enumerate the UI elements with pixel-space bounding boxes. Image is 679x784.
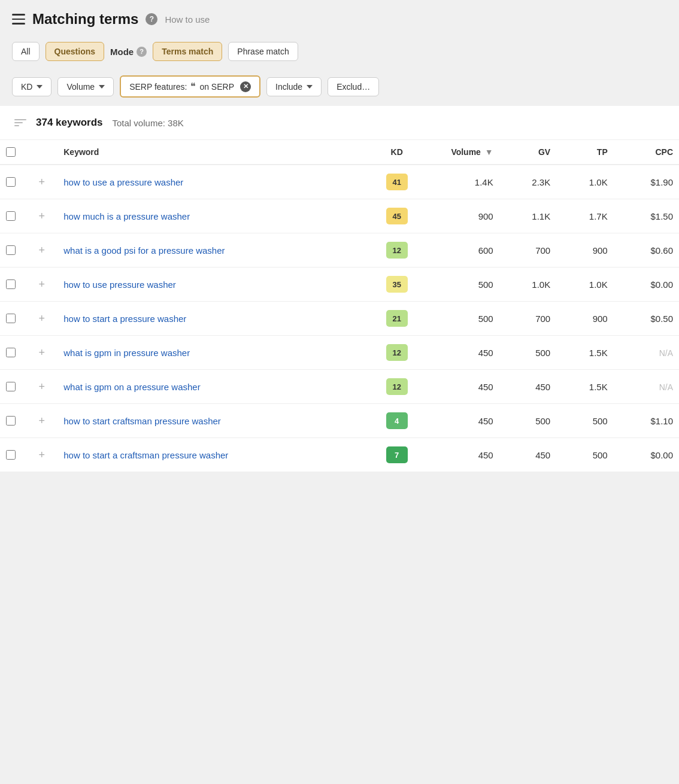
cpc-cell-3: $0.00 [614,268,679,302]
add-keyword-button-5[interactable]: + [39,347,46,358]
how-to-use-link[interactable]: How to use [165,14,210,25]
kd-badge-5: 12 [386,344,408,361]
keyword-link-5[interactable]: what is gpm in pressure washer [63,348,190,358]
keyword-link-7[interactable]: how to start craftsman pressure washer [63,416,221,426]
gv-cell-5: 500 [499,336,557,370]
select-all-checkbox[interactable] [6,147,16,157]
row-checkbox-2[interactable] [6,245,16,255]
cpc-cell-7: $1.10 [614,404,679,438]
add-keyword-button-8[interactable]: + [39,449,46,461]
keyword-link-0[interactable]: how to use a pressure washer [63,177,183,187]
add-keyword-button-3[interactable]: + [39,278,46,290]
kd-chevron-icon [37,85,43,89]
table-row: + how to use a pressure washer 41 1.4K 2… [0,165,679,199]
kd-filter-button[interactable]: KD [12,77,51,96]
volume-cell-7: 450 [425,404,499,438]
kd-badge-8: 7 [386,446,408,463]
row-checkbox-5[interactable] [6,348,16,357]
row-checkbox-3[interactable] [6,279,16,289]
kd-badge-2: 12 [386,242,408,259]
table-row: + how much is a pressure washer 45 900 1… [0,199,679,233]
kd-badge-7: 4 [386,412,408,429]
filter-bar: All Questions Mode ? Terms match Phrase … [0,36,679,69]
tp-cell-3: 1.0K [556,268,614,302]
total-volume: Total volume: 38K [113,118,184,128]
add-keyword-button-7[interactable]: + [39,415,46,427]
row-checkbox-4[interactable] [6,314,16,323]
tp-col-header: TP [556,140,614,165]
mode-label: Mode ? [110,47,147,57]
keyword-link-3[interactable]: how to use pressure washer [63,279,176,290]
kd-badge-0: 41 [386,174,408,190]
volume-col-header[interactable]: Volume ▼ [425,140,499,165]
keywords-table: Keyword KD Volume ▼ GV TP CPC + how to u [0,140,679,472]
gv-cell-0: 2.3K [499,165,557,199]
volume-filter-button[interactable]: Volume [57,77,114,96]
row-checkbox-1[interactable] [6,211,16,221]
kd-badge-3: 35 [386,276,408,293]
terms-match-button[interactable]: Terms match [153,42,222,61]
header-help-icon[interactable]: ? [146,13,157,25]
keyword-link-4[interactable]: how to start a pressure washer [63,314,186,324]
hamburger-icon[interactable] [12,14,25,25]
cpc-cell-8: $0.00 [614,438,679,472]
tp-cell-8: 500 [556,438,614,472]
tp-cell-1: 1.7K [556,199,614,233]
gv-cell-8: 450 [499,438,557,472]
add-keyword-button-4[interactable]: + [39,312,46,324]
table-row: + how to start a pressure washer 21 500 … [0,302,679,336]
include-filter-button[interactable]: Include [266,77,322,96]
add-keyword-button-0[interactable]: + [39,176,46,188]
gv-col-header: GV [499,140,557,165]
gv-cell-3: 1.0K [499,268,557,302]
cpc-col-header: CPC [614,140,679,165]
all-filter-button[interactable]: All [12,42,40,61]
volume-cell-0: 1.4K [425,165,499,199]
page-title: Matching terms [32,11,138,28]
gv-cell-6: 450 [499,370,557,404]
add-keyword-button-6[interactable]: + [39,381,46,393]
gv-cell-2: 700 [499,233,557,268]
kd-badge-6: 12 [386,378,408,395]
kd-badge-4: 21 [386,310,408,327]
keyword-link-8[interactable]: how to start a craftsman pressure washer [63,450,228,460]
gv-cell-4: 700 [499,302,557,336]
table-row: + what is gpm in pressure washer 12 450 … [0,336,679,370]
table-row: + how to start craftsman pressure washer… [0,404,679,438]
cpc-cell-6: N/A [614,370,679,404]
kd-col-header: KD [368,140,426,165]
tp-cell-2: 900 [556,233,614,268]
cpc-cell-0: $1.90 [614,165,679,199]
serp-close-icon[interactable]: ✕ [240,81,251,92]
volume-cell-5: 450 [425,336,499,370]
table-row: + how to use pressure washer 35 500 1.0K… [0,268,679,302]
table-row: + how to start a craftsman pressure wash… [0,438,679,472]
kd-badge-1: 45 [386,208,408,224]
keywords-count: 374 keywords [36,117,103,129]
questions-filter-button[interactable]: Questions [46,42,104,61]
volume-cell-3: 500 [425,268,499,302]
include-chevron-icon [307,85,313,89]
mode-help-icon[interactable]: ? [137,47,147,57]
sort-icon [14,119,26,126]
serp-label: SERP features: [129,82,187,92]
serp-value: on SERP [199,82,234,92]
keyword-link-2[interactable]: what is a good psi for a pressure washer [63,245,225,256]
serp-features-filter[interactable]: SERP features: ❝ on SERP ✕ [120,75,260,98]
keyword-link-1[interactable]: how much is a pressure washer [63,211,190,221]
volume-cell-8: 450 [425,438,499,472]
row-checkbox-7[interactable] [6,416,16,426]
cpc-cell-4: $0.50 [614,302,679,336]
row-checkbox-6[interactable] [6,382,16,391]
row-checkbox-8[interactable] [6,450,16,460]
summary-row: 374 keywords Total volume: 38K [0,106,679,140]
add-keyword-button-2[interactable]: + [39,244,46,256]
add-keyword-button-1[interactable]: + [39,210,46,222]
row-checkbox-0[interactable] [6,177,16,187]
keyword-link-6[interactable]: what is gpm on a pressure washer [63,382,200,392]
volume-cell-6: 450 [425,370,499,404]
exclude-filter-button[interactable]: Exclud… [328,77,379,96]
phrase-match-button[interactable]: Phrase match [228,42,298,61]
volume-cell-2: 600 [425,233,499,268]
quote-icon: ❝ [190,81,196,92]
